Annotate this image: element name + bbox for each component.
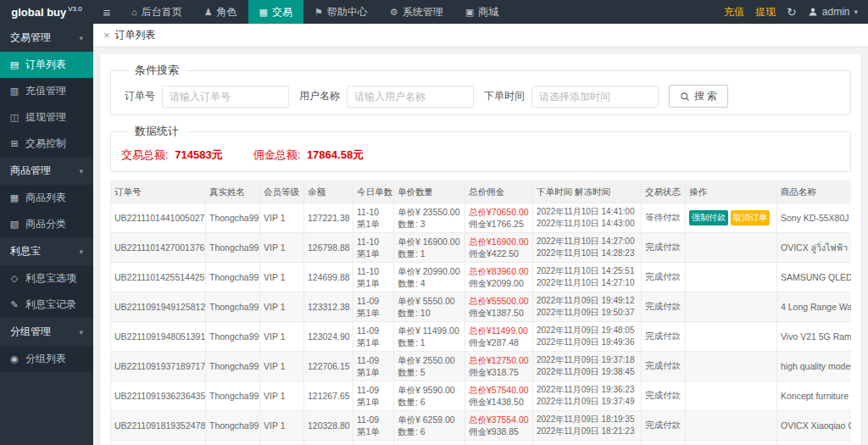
nav-item-mall[interactable]: ▣ 商城 (454, 0, 509, 24)
cell-status: 完成付款 (642, 292, 686, 322)
search-panel: 条件搜索 订单号 用户名称 下单时间 搜 索 (110, 63, 851, 115)
cell-status: 完成付款 (642, 381, 686, 411)
search-button[interactable]: 搜 索 (669, 85, 728, 108)
cell-today-orders: 11-09 第1单 (353, 292, 394, 322)
cell-real-name: Thongcha99 (206, 441, 260, 445)
cell-balance: 121267.65 (304, 381, 353, 411)
sidebar-item-group-list[interactable]: ◉ 分组列表 (0, 346, 93, 372)
app-version: V3.0 (68, 5, 81, 13)
stat-total-trade: 交易总额: 714583元 (121, 147, 223, 163)
withdraw-icon: ◫ (9, 112, 19, 123)
menu-group-trade[interactable]: 交易管理 ▾ (0, 24, 93, 52)
nav-item-system[interactable]: ⚙ 系统管理 (379, 0, 454, 24)
cell-status: 完成付款 (642, 322, 686, 352)
user-name-label: 用户名称 (299, 89, 340, 103)
cell-product: 4 Long Range Walkie Talkies Rechargeable… (777, 292, 852, 322)
order-no-input[interactable] (162, 86, 289, 108)
col-header-8: 交易状态 (642, 181, 686, 203)
cell-level: VIP 1 (260, 352, 304, 381)
cell-price-qty: 单价¥ 11499.00 数量: 1 (394, 322, 465, 352)
cell-level: VIP 1 (260, 203, 304, 233)
cell-order-no: UB2211091701161541 (111, 441, 206, 445)
sidebar: 交易管理 ▾ ▤ 订单列表 ▥ 充值管理 ◫ 提现管理 ⊞ 交易控制 商品管理 … (0, 24, 93, 445)
interest-record-icon: ✎ (9, 299, 19, 310)
refresh-icon[interactable]: ↻ (787, 5, 797, 19)
cell-order-no: UB2211091937189717 (111, 352, 206, 381)
order-table-scroll[interactable]: 订单号真实姓名会员等级余额今日单数单价数量总价佣金下单时间 解冻时间交易状态操作… (110, 181, 851, 445)
nav-item-dashboard[interactable]: ⌂ 后台首页 (120, 0, 193, 24)
cancel-order-button[interactable]: 取消订单 (731, 210, 770, 225)
chevron-down-icon: ▾ (79, 328, 83, 337)
tab-order-list[interactable]: × 订单列表 (103, 28, 156, 42)
cell-times: 2022年11月09日 17:01:16 2022年11月09日 17:02:4… (533, 441, 642, 445)
table-row: UB2211091949125812 Thongcha99 VIP 1 1233… (111, 292, 852, 322)
cell-total-commission: 总价¥12750.00 佣金¥318.75 (465, 352, 533, 381)
cell-balance: 123024.90 (304, 322, 353, 352)
control-icon: ⊞ (9, 138, 19, 149)
user-icon: ♟ (204, 7, 213, 18)
cell-actions (686, 381, 777, 411)
sidebar-item-interest-record[interactable]: ✎ 利息宝记录 (0, 292, 93, 318)
order-time-input[interactable] (531, 86, 659, 108)
order-no-label: 订单号 (125, 89, 155, 103)
close-icon[interactable]: × (103, 30, 110, 41)
grid-icon: ▦ (259, 7, 268, 18)
stat-total-trade-label: 交易总额: (121, 148, 169, 161)
stats-row: 交易总额: 714583元 佣金总额: 17864.58元 (121, 146, 840, 164)
cell-times: 2022年11月09日 19:48:05 2022年11月09日 19:49:3… (533, 322, 642, 352)
cell-actions (686, 322, 777, 352)
sidebar-item-control[interactable]: ⊞ 交易控制 (0, 131, 93, 157)
menu-group-interest[interactable]: 利息宝 ▾ (0, 237, 93, 265)
home-icon: ⌂ (131, 7, 137, 17)
cell-real-name: Thongcha99 (206, 381, 260, 411)
stat-total-commission-label: 佣金总额: (253, 148, 301, 161)
header-right: 充值 提现 ↻ admin ▾ (724, 0, 868, 24)
stat-total-commission-value: 17864.58元 (307, 148, 364, 161)
withdraw-link[interactable]: 提现 (755, 5, 776, 19)
cell-today-orders: 11-10 第1单 (353, 203, 394, 233)
sidebar-item-recharge[interactable]: ▥ 充值管理 (0, 78, 93, 104)
cell-level: VIP 1 (260, 381, 304, 411)
col-header-3: 余额 (304, 181, 353, 203)
cell-price-qty: 单价¥ 23550.00 数量: 3 (394, 203, 465, 233)
stat-total-trade-value: 714583元 (175, 148, 222, 161)
recharge-link[interactable]: 充值 (724, 5, 744, 19)
user-name-input[interactable] (347, 86, 474, 108)
menu-group-grouping[interactable]: 分组管理 ▾ (0, 318, 93, 346)
nav-item-trade[interactable]: ▦ 交易 (248, 0, 303, 24)
force-pay-button[interactable]: 强制付款 (689, 210, 728, 225)
order-table-head-row: 订单号真实姓名会员等级余额今日单数单价数量总价佣金下单时间 解冻时间交易状态操作… (111, 181, 852, 203)
sidebar-item-interest-option[interactable]: ◇ 利息宝选项 (0, 265, 93, 292)
cell-total-commission: 总价¥37554.00 佣金¥938.85 (465, 411, 533, 441)
table-row: UB2211101427001376 Thongcha99 VIP 1 1267… (111, 233, 852, 263)
sidebar-item-withdraw[interactable]: ◫ 提现管理 (0, 104, 93, 131)
cell-product: Custom Explosive Alphafly Next% marathon… (777, 441, 852, 445)
nav-item-help[interactable]: ⚑ 帮助中心 (303, 0, 379, 24)
chevron-down-icon: ▾ (79, 248, 83, 256)
cell-actions (686, 411, 777, 441)
cell-level: VIP 1 (260, 233, 304, 263)
cell-real-name: Thongcha99 (206, 203, 260, 233)
nav-item-role[interactable]: ♟ 角色 (193, 0, 248, 24)
cell-real-name: Thongcha99 (206, 292, 260, 322)
table-row: UB2211091937189717 Thongcha99 VIP 1 1227… (111, 352, 852, 381)
sidebar-item-order-list[interactable]: ▤ 订单列表 (0, 52, 93, 78)
col-header-1: 真实姓名 (206, 181, 260, 203)
cell-real-name: Thongcha99 (206, 352, 260, 381)
sidebar-item-goods-list[interactable]: ▦ 商品列表 (0, 185, 93, 211)
cell-balance: 127221.38 (304, 203, 353, 233)
cell-balance: 123312.38 (304, 292, 353, 322)
admin-menu[interactable]: admin ▾ (808, 6, 858, 18)
menu-group-goods[interactable]: 商品管理 ▾ (0, 157, 93, 185)
cell-status: 等待付款 (642, 203, 686, 233)
cell-times: 2022年11月09日 19:36:23 2022年11月09日 19:37:4… (533, 381, 642, 411)
table-row: UB2211091948051391 Thongcha99 VIP 1 1230… (111, 322, 852, 352)
cell-times: 2022年11月10日 14:27:00 2022年11月10日 14:28:2… (533, 233, 642, 263)
hamburger-icon[interactable]: ≡ (93, 0, 120, 24)
cell-status: 完成付款 (642, 233, 686, 263)
sidebar-item-goods-category[interactable]: ▧ 商品分类 (0, 211, 93, 237)
sidebar-menu: 交易管理 ▾ ▤ 订单列表 ▥ 充值管理 ◫ 提现管理 ⊞ 交易控制 商品管理 … (0, 24, 93, 372)
cell-balance: 119330.80 (304, 441, 353, 445)
content-area: 条件搜索 订单号 用户名称 下单时间 搜 索 (93, 47, 868, 445)
search-button-label: 搜 索 (694, 89, 717, 103)
